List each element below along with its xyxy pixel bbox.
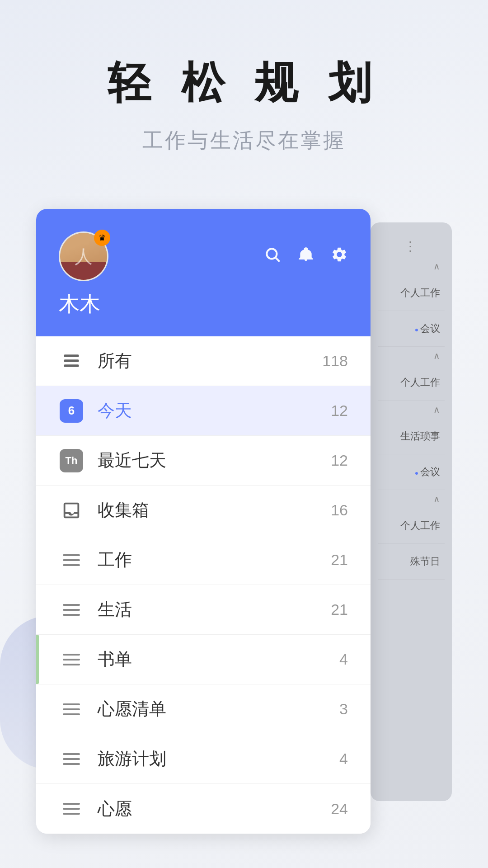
lines-icon-life xyxy=(59,604,84,616)
menu-item-today-label: 今天 xyxy=(98,399,331,422)
menu-item-life-label: 生活 xyxy=(98,598,331,621)
inbox-icon xyxy=(59,500,84,521)
menu-item-all-count: 118 xyxy=(322,352,348,370)
menu-item-wishes-count: 3 xyxy=(339,700,348,718)
header-section: 轻 松 规 划 工作与生活尽在掌握 xyxy=(0,0,488,182)
menu-item-books-count: 4 xyxy=(339,651,348,668)
main-title: 轻 松 规 划 xyxy=(108,54,380,113)
search-icon[interactable] xyxy=(264,246,281,267)
lines-icon-wishes xyxy=(59,703,84,715)
menu-item-all-label: 所有 xyxy=(98,349,322,373)
side-panel-item: 生活琐事 xyxy=(378,419,445,454)
menu-item-wish2-label: 心愿 xyxy=(98,797,331,821)
side-panel-item: 个人工作 xyxy=(378,275,445,311)
menu-item-work-count: 21 xyxy=(331,551,348,569)
side-panel-item: 会议 xyxy=(378,311,445,347)
notification-icon[interactable] xyxy=(297,246,314,267)
menu-item-life[interactable]: 生活 21 xyxy=(36,585,371,635)
chevron-up-icon: ∧ xyxy=(378,490,445,508)
menu-item-wish2[interactable]: 心愿 24 xyxy=(36,784,371,834)
stack-icon xyxy=(59,351,84,371)
side-panel-item: 个人工作 xyxy=(378,508,445,544)
lines-icon-books xyxy=(59,654,84,665)
menu-item-week[interactable]: Th 最近七天 12 xyxy=(36,436,371,486)
menu-item-work-label: 工作 xyxy=(98,548,331,571)
menu-item-all[interactable]: 所有 118 xyxy=(36,336,371,386)
menu-item-wish2-count: 24 xyxy=(331,800,348,818)
app-mockup: ⋮ ∧ 个人工作 会议 ∧ 个人工作 ∧ 生活琐事 会议 ∧ 个人工作 殊节日 xyxy=(36,209,452,868)
menu-item-week-count: 12 xyxy=(331,452,348,469)
menu-item-today-count: 12 xyxy=(331,402,348,420)
menu-list: 所有 118 6 今天 12 xyxy=(36,336,371,834)
more-icon[interactable]: ⋮ xyxy=(378,231,445,257)
week-calendar-icon: Th xyxy=(59,449,84,472)
app-header: ♛ xyxy=(36,209,371,336)
svg-line-1 xyxy=(276,258,279,261)
menu-item-books-label: 书单 xyxy=(98,648,339,671)
menu-item-work[interactable]: 工作 21 xyxy=(36,535,371,585)
svg-rect-2 xyxy=(64,354,79,357)
avatar[interactable]: ♛ xyxy=(59,231,108,281)
chevron-up-icon: ∧ xyxy=(378,401,445,419)
user-name: 木木 xyxy=(59,290,348,318)
svg-rect-3 xyxy=(64,359,79,362)
side-panel-item: 会议 xyxy=(378,454,445,490)
bg-side-panel: ⋮ ∧ 个人工作 会议 ∧ 个人工作 ∧ 生活琐事 会议 ∧ 个人工作 殊节日 xyxy=(371,222,452,801)
menu-item-inbox-label: 收集箱 xyxy=(98,499,331,522)
chevron-up-icon: ∧ xyxy=(378,347,445,365)
menu-item-wishes[interactable]: 心愿清单 3 xyxy=(36,684,371,734)
menu-item-inbox[interactable]: 收集箱 16 xyxy=(36,486,371,535)
side-panel-item: 个人工作 xyxy=(378,365,445,401)
menu-item-life-count: 21 xyxy=(331,601,348,618)
today-calendar-icon: 6 xyxy=(59,399,84,423)
menu-item-travel[interactable]: 旅游计划 4 xyxy=(36,734,371,784)
menu-item-today[interactable]: 6 今天 12 xyxy=(36,386,371,436)
menu-item-week-label: 最近七天 xyxy=(98,449,331,472)
menu-item-travel-label: 旅游计划 xyxy=(98,747,339,770)
page: 轻 松 规 划 工作与生活尽在掌握 ⋮ ∧ 个人工作 会议 ∧ 个人工作 ∧ 生… xyxy=(0,0,488,868)
svg-rect-4 xyxy=(64,364,79,367)
header-icons xyxy=(264,246,348,267)
lines-icon-work xyxy=(59,554,84,566)
sub-title: 工作与生活尽在掌握 xyxy=(142,127,346,155)
lines-icon-wish2 xyxy=(59,803,84,815)
side-panel-item: 殊节日 xyxy=(378,544,445,580)
menu-item-books[interactable]: 书单 4 xyxy=(36,635,371,684)
menu-item-inbox-count: 16 xyxy=(331,501,348,519)
premium-badge: ♛ xyxy=(94,230,110,246)
settings-icon[interactable] xyxy=(331,246,348,267)
header-top: ♛ xyxy=(59,231,348,281)
main-panel: ♛ xyxy=(36,209,371,834)
menu-item-travel-count: 4 xyxy=(339,750,348,768)
lines-icon-travel xyxy=(59,753,84,765)
menu-item-wishes-label: 心愿清单 xyxy=(98,698,339,721)
chevron-up-icon: ∧ xyxy=(378,257,445,275)
